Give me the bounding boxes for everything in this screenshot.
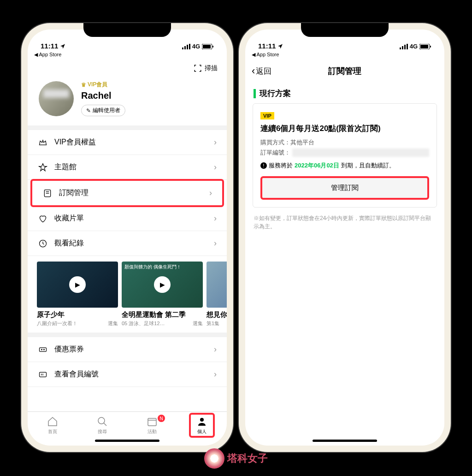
menu-themes[interactable]: 主題館 › [28, 155, 227, 180]
menu-list: VIP會員權益 › 主題館 › 訂閱管理 › 收藏片單 › 觀看紀錄 › [28, 130, 227, 256]
signal-icon [182, 44, 190, 49]
thumbnail-tag: 選集 [193, 320, 203, 327]
tab-personal[interactable]: 個人 [177, 416, 227, 435]
svg-rect-2 [187, 45, 188, 49]
ticket-icon [38, 345, 48, 354]
purchase-method-row: 購買方式：其他平台 [260, 138, 429, 147]
tab-label: 活動 [148, 428, 157, 435]
manage-subscription-button[interactable]: 管理訂閱 [260, 176, 429, 200]
menu-history[interactable]: 觀看紀錄 › [28, 231, 227, 256]
menu-member-id[interactable]: 查看會員編號 › [28, 362, 227, 387]
notch [83, 23, 171, 37]
menu-label: 觀看紀錄 [54, 238, 207, 248]
thumbnail-title: 想見你 [206, 310, 227, 319]
home-indicator[interactable] [95, 440, 159, 442]
chevron-right-icon: › [209, 188, 212, 198]
expiry-row: ! 服務將於 2022年06月02日 到期，且自動續訂。 [260, 161, 429, 170]
thumbnail-title: 全明星運動會 第二季 [122, 310, 203, 319]
location-icon [277, 43, 283, 49]
svg-rect-16 [400, 48, 401, 49]
svg-rect-22 [430, 46, 431, 48]
username: Rachel [81, 90, 125, 101]
edit-user-button[interactable]: ✎ 編輯使用者 [81, 105, 125, 116]
tab-search[interactable]: 搜尋 [77, 416, 127, 435]
menu-label: 收藏片單 [54, 214, 207, 223]
scan-icon [194, 64, 202, 72]
scan-button[interactable]: 掃描 [28, 60, 227, 76]
menu-subscription[interactable]: 訂閱管理 › [30, 179, 224, 207]
recent-thumbnails[interactable]: ▶ 原子少年 八圍介紹一次看！選集 顏值與體力的 偶像生死鬥！ ▶ 全明星運動會… [28, 256, 227, 333]
avatar[interactable] [39, 81, 74, 116]
svg-point-13 [98, 417, 105, 424]
page-title: 訂閱管理 [245, 65, 444, 77]
thumbnail-image [206, 262, 227, 308]
svg-rect-0 [182, 48, 183, 49]
svg-rect-19 [407, 44, 408, 49]
plan-title: 連續6個月每月送20點(限首次訂閱) [260, 123, 429, 134]
play-icon[interactable]: ▶ [69, 276, 86, 293]
menu-label: 優惠票券 [54, 345, 207, 354]
chevron-left-icon: ‹ [252, 65, 255, 77]
thumbnail-item[interactable]: 顏值與體力的 偶像生死鬥！ ▶ 全明星運動會 第二季 05 游泳、足球12…選集 [122, 262, 203, 327]
menu-favorites[interactable]: 收藏片單 › [28, 206, 227, 231]
svg-point-11 [44, 349, 45, 350]
menu-label: VIP會員權益 [54, 137, 207, 147]
vip-badge: VIP [260, 112, 274, 119]
thumbnail-subtitle: 八圍介紹一次看！ [37, 320, 77, 327]
separator [28, 333, 227, 337]
battery-icon [419, 44, 431, 49]
chevron-right-icon: › [214, 345, 217, 354]
chevron-right-icon: › [214, 214, 217, 223]
watermark-text: 塔科女子 [227, 452, 268, 465]
svg-rect-18 [404, 45, 406, 49]
home-indicator[interactable] [313, 440, 377, 442]
menu-coupons[interactable]: 優惠票券 › [28, 337, 227, 362]
battery-icon [202, 44, 214, 49]
location-icon [60, 43, 65, 49]
menu-vip-rights[interactable]: VIP會員權益 › [28, 130, 227, 155]
play-icon[interactable]: ▶ [154, 276, 171, 293]
heart-icon [38, 214, 48, 223]
tab-label: 搜尋 [98, 428, 107, 435]
calendar-icon [147, 416, 158, 428]
tab-activity[interactable]: N 活動 [127, 416, 177, 435]
scan-label: 掃描 [205, 64, 218, 72]
watermark-icon [204, 448, 224, 469]
watermark: 塔科女子 [204, 448, 268, 469]
subscription-icon [42, 189, 53, 198]
search-icon [97, 416, 108, 428]
disclaimer-text: ※如有變更，訂單狀態會在24小時內更新，實際訂單狀態以原訂閱平台顯示為主。 [245, 208, 444, 237]
menu-label: 主題館 [54, 162, 207, 172]
svg-rect-21 [420, 45, 428, 48]
thumbnail-image: ▶ [37, 262, 118, 308]
svg-rect-14 [148, 418, 156, 426]
chevron-right-icon: › [214, 137, 217, 147]
status-time: 11:11 [41, 42, 58, 50]
thumbnail-image: 顏值與體力的 偶像生死鬥！ ▶ [122, 262, 203, 308]
tab-home[interactable]: 首頁 [28, 416, 77, 435]
edit-user-label: 編輯使用者 [93, 107, 120, 114]
thumbnail-item[interactable]: 想見你 第1集 [206, 262, 227, 327]
back-to-appstore[interactable]: ◀ App Store [28, 52, 227, 60]
svg-rect-6 [212, 46, 213, 48]
back-label: 返回 [256, 66, 271, 77]
chevron-right-icon: › [214, 369, 217, 379]
menu-label: 查看會員編號 [54, 369, 207, 379]
pencil-icon: ✎ [86, 107, 91, 114]
back-button[interactable]: ‹ 返回 [252, 65, 271, 77]
screen-profile: 11:11 4G ◀ App Store 掃描 [28, 30, 227, 446]
svg-rect-9 [40, 347, 47, 351]
phone-right: 11:11 4G ◀ App Store ‹ 返回 訂閱管理 現行方案 VIP … [239, 23, 451, 452]
crown-icon: ♛ [81, 82, 86, 88]
thumbnail-item[interactable]: ▶ 原子少年 八圍介紹一次看！選集 [37, 262, 118, 327]
nav-bar: ‹ 返回 訂閱管理 [245, 60, 444, 82]
id-icon [38, 370, 48, 379]
status-time: 11:11 [258, 42, 276, 50]
info-icon: ! [260, 162, 267, 169]
back-to-appstore[interactable]: ◀ App Store [245, 52, 444, 60]
thumbnail-subtitle: 05 游泳、足球12… [122, 320, 165, 327]
notification-badge: N [158, 415, 165, 422]
star-icon [38, 163, 48, 172]
order-number-row: 訂單編號：xxxxxxxxxxxxxxx [260, 149, 429, 157]
svg-rect-5 [203, 45, 211, 48]
